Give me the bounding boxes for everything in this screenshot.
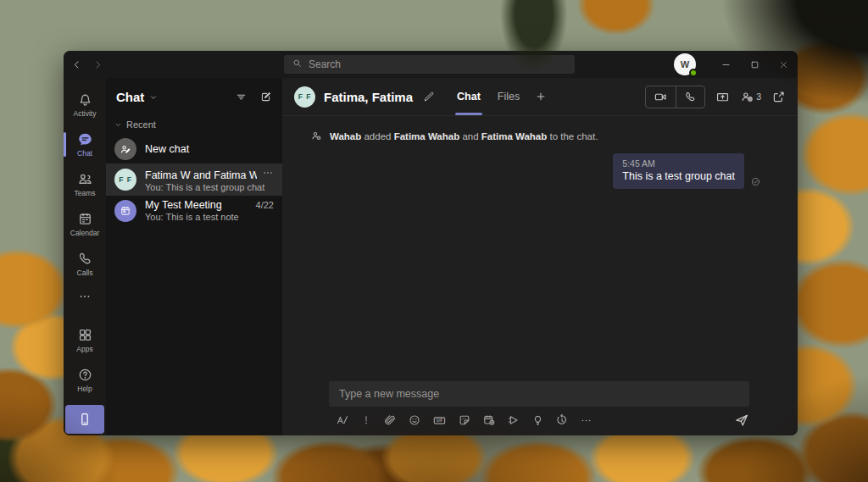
get-mobile-app-button[interactable]	[65, 405, 104, 434]
edit-chat-name-icon[interactable]	[423, 91, 435, 102]
read-receipt-icon	[750, 176, 761, 187]
add-people-icon	[740, 90, 754, 104]
chat-header-avatar: F F	[294, 86, 315, 108]
chat-filter-dropdown[interactable]	[149, 93, 158, 102]
back-button[interactable]	[71, 59, 82, 70]
chat-item-date: 4/22	[256, 200, 274, 210]
minimize-button[interactable]	[711, 51, 740, 78]
audio-call-button[interactable]	[676, 87, 704, 107]
chevron-down-icon	[114, 121, 122, 129]
tab-files[interactable]: Files	[489, 78, 528, 115]
teams-people-icon	[77, 171, 93, 187]
participant-count: 3	[756, 91, 761, 102]
rail-item-help[interactable]: Help	[64, 360, 106, 400]
chat-list-title: Chat	[116, 90, 144, 104]
more-dots-icon	[78, 290, 92, 303]
teams-window: Search W	[64, 51, 798, 435]
search-input[interactable]: Search	[284, 55, 575, 74]
presence-available-icon	[689, 69, 698, 77]
compose-placeholder: Type a new message	[339, 388, 439, 400]
rail-item-teams[interactable]: Teams	[64, 164, 106, 204]
activity-bell-icon	[77, 91, 93, 108]
close-button[interactable]	[769, 51, 798, 78]
emoji-button[interactable]	[408, 413, 421, 427]
stream-button[interactable]	[507, 413, 520, 427]
view-participants-button[interactable]: 3	[740, 90, 761, 104]
svg-text:GIF: GIF	[437, 418, 443, 423]
gif-button[interactable]: GIF	[432, 413, 447, 428]
new-chat-button[interactable]	[259, 91, 272, 103]
app-rail: Activity Chat Teams	[64, 78, 106, 435]
message-canvas: Wahab added Fatima Wahab and Fatima Waha…	[282, 116, 798, 381]
chat-list-item-group-chat[interactable]: F F Fatima W and Fatima W You: This is a…	[106, 163, 282, 196]
share-screen-button[interactable]	[715, 90, 730, 104]
mobile-phone-icon	[77, 412, 92, 427]
chat-list-panel: Chat Recent	[106, 78, 282, 435]
add-tab-button[interactable]	[528, 78, 554, 115]
chat-header: F F Fatima, Fatima Chat Files	[282, 78, 798, 116]
chat-title: Fatima, Fatima	[324, 90, 413, 104]
delivery-options-button[interactable]	[360, 414, 372, 426]
pop-out-chat-button[interactable]	[771, 90, 786, 104]
praise-button[interactable]	[531, 414, 544, 427]
message-row: 5:45 AM This is a test group chat	[310, 153, 781, 189]
calendar-icon	[77, 211, 93, 227]
person-added-icon	[310, 130, 323, 142]
format-button[interactable]	[336, 413, 349, 427]
chat-item-more-icon[interactable]	[262, 167, 274, 179]
video-call-button[interactable]	[646, 86, 676, 108]
rail-item-apps[interactable]: Apps	[64, 320, 106, 360]
meeting-avatar	[114, 200, 136, 222]
group-chat-avatar: F F	[114, 169, 136, 191]
recent-section-toggle[interactable]: Recent	[106, 116, 282, 135]
new-chat-avatar	[114, 138, 136, 160]
send-message-button[interactable]	[734, 413, 749, 428]
compose-more-button[interactable]	[580, 414, 593, 427]
phone-icon	[77, 251, 93, 267]
maximize-button[interactable]	[740, 51, 769, 78]
user-avatar[interactable]: W	[674, 53, 696, 75]
search-placeholder: Search	[309, 58, 341, 70]
titlebar: Search W	[64, 51, 798, 78]
attach-file-button[interactable]	[383, 413, 397, 427]
rail-item-calls[interactable]: Calls	[64, 244, 106, 284]
rail-item-chat[interactable]: Chat	[64, 125, 106, 164]
chat-list-item-meeting[interactable]: My Test Meeting 4/22 You: This is a test…	[106, 196, 282, 225]
apps-grid-icon	[77, 327, 93, 343]
delay-send-button[interactable]	[555, 413, 569, 427]
help-question-icon	[77, 367, 93, 383]
forward-button[interactable]	[92, 59, 103, 70]
chat-bubble-icon	[77, 131, 93, 147]
chat-main-panel: F F Fatima, Fatima Chat Files	[282, 78, 798, 435]
call-button-group	[645, 86, 705, 108]
rail-item-activity[interactable]: Activity	[64, 85, 106, 125]
rail-more-button[interactable]	[64, 284, 106, 309]
compose-area: Type a new message	[282, 381, 798, 435]
compose-toolbar: GIF	[329, 413, 749, 428]
tab-chat[interactable]: Chat	[448, 78, 489, 115]
schedule-meeting-button[interactable]	[482, 413, 496, 427]
desktop-background: Search W	[0, 0, 868, 482]
sent-message-bubble[interactable]: 5:45 AM This is a test group chat	[613, 153, 744, 189]
chat-list-item-new-chat[interactable]: New chat	[106, 135, 282, 163]
sticker-button[interactable]	[458, 413, 471, 427]
message-input[interactable]: Type a new message	[329, 381, 749, 407]
message-timestamp: 5:45 AM	[622, 158, 735, 169]
rail-item-calendar[interactable]: Calendar	[64, 204, 106, 244]
search-icon	[292, 58, 303, 71]
filter-button[interactable]	[235, 91, 248, 103]
message-text: This is a test group chat	[622, 170, 735, 182]
system-message: Wahab added Fatima Wahab and Fatima Waha…	[310, 130, 781, 142]
